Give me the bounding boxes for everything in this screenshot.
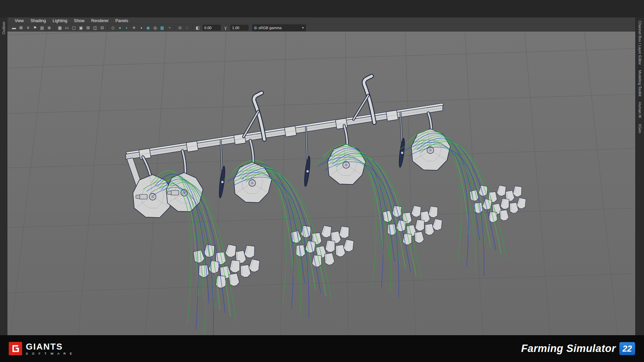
tab-human-ik[interactable]: Human IK	[638, 102, 642, 118]
panel-menu-bar: ViewShadingLightingShowRendererPanels	[7, 17, 635, 24]
toolbar-icon-group: ▬⊠≡⚑▤⊕▦▭▢▣⊞◫⊟◇●◐☀◑◉◎▩◔⊙◌	[11, 25, 194, 31]
menu-shading[interactable]: Shading	[28, 18, 49, 23]
image-plane-icon[interactable]: ▤	[39, 25, 45, 31]
shadows-icon[interactable]: ◑	[138, 25, 144, 31]
fs-title: Farming Simulator	[521, 343, 616, 355]
color-management-icon: ◍	[253, 25, 259, 30]
select-camera-icon[interactable]: ▬	[11, 25, 17, 31]
toolbar-separator	[192, 25, 193, 30]
window-top-strip	[0, 0, 644, 18]
ssao-icon[interactable]: ◉	[145, 25, 151, 31]
giants-subtitle: S O F T W A R E	[26, 352, 73, 355]
use-all-lights-icon[interactable]: ☀	[131, 25, 137, 31]
panel-toolbar: ▬⊠≡⚑▤⊕▦▭▢▣⊞◫⊟◇●◐☀◑◉◎▩◔⊙◌ ◧ γ ◍ sRGB gamm…	[7, 24, 635, 32]
wireframe-icon[interactable]: ◇	[110, 25, 116, 31]
camera-attributes-icon[interactable]: ≡	[25, 25, 31, 31]
film-gate-icon[interactable]: ▭	[64, 25, 70, 31]
view-transform-value: sRGB gamma	[259, 26, 300, 30]
motion-blur-icon[interactable]: ◎	[152, 25, 158, 31]
menu-view[interactable]: View	[12, 18, 26, 23]
viewport-grid	[7, 32, 635, 335]
xray-icon[interactable]: ◌	[184, 25, 190, 31]
chevron-down-icon[interactable]: ▾	[300, 26, 306, 29]
left-tab-strip: Outliner	[0, 17, 7, 335]
right-tab-strip: Channel Box / Layer EditorModeling Toolk…	[635, 17, 644, 335]
view-transform-select[interactable]: ◍ sRGB gamma ▾	[252, 24, 306, 31]
maya-window: Outliner Channel Box / Layer EditorModel…	[0, 0, 644, 362]
toolbar-separator	[174, 25, 175, 30]
menu-lighting[interactable]: Lighting	[50, 18, 70, 23]
tab-modeling-toolkit[interactable]: Modeling Toolkit	[638, 70, 642, 97]
resolution-gate-icon[interactable]: ▢	[71, 25, 77, 31]
farming-simulator-logo: Farming Simulator 22	[521, 342, 635, 355]
pan-zoom-icon[interactable]: ⊕	[46, 25, 52, 31]
shovel-clusters[interactable]	[193, 185, 527, 288]
giants-name: GIANTS	[26, 342, 73, 351]
tab-channel-box-layer-editor[interactable]: Channel Box / Layer Editor	[638, 21, 642, 65]
lock-camera-icon[interactable]: ⊠	[18, 25, 24, 31]
antialias-icon[interactable]: ▩	[159, 25, 165, 31]
giants-logo-icon	[9, 342, 22, 355]
toolbar-separator	[107, 25, 108, 30]
gamma-icon[interactable]: γ	[222, 25, 229, 31]
dof-icon[interactable]: ◔	[166, 25, 172, 31]
tab-xgen[interactable]: XGen	[638, 124, 642, 133]
menu-panels[interactable]: Panels	[113, 18, 131, 23]
textured-icon[interactable]: ◐	[124, 25, 130, 31]
gamma-field[interactable]	[230, 25, 249, 31]
viewport[interactable]	[7, 32, 635, 335]
fs-badge-22: 22	[619, 342, 635, 355]
grid-icon[interactable]: ▦	[57, 25, 63, 31]
safe-action-icon[interactable]: ◫	[92, 25, 98, 31]
giants-logo: GIANTS S O F T W A R E	[9, 342, 73, 355]
footer-bar: GIANTS S O F T W A R E Farming Simulator…	[0, 335, 644, 362]
menu-renderer[interactable]: Renderer	[89, 18, 111, 23]
safe-title-icon[interactable]: ⊟	[99, 25, 105, 31]
shaded-icon[interactable]: ●	[117, 25, 123, 31]
bookmark-icon[interactable]: ⚑	[32, 25, 38, 31]
exposure-icon[interactable]: ◧	[195, 25, 201, 31]
viewport-canvas[interactable]	[7, 32, 635, 335]
toolbar-separator	[54, 25, 55, 30]
tab-outliner[interactable]: Outliner	[2, 21, 6, 35]
menu-show[interactable]: Show	[71, 18, 87, 23]
field-chart-icon[interactable]: ⊞	[85, 25, 91, 31]
gate-mask-icon[interactable]: ▣	[78, 25, 84, 31]
isolate-select-icon[interactable]: ⊙	[177, 25, 183, 31]
exposure-field[interactable]	[203, 25, 221, 31]
